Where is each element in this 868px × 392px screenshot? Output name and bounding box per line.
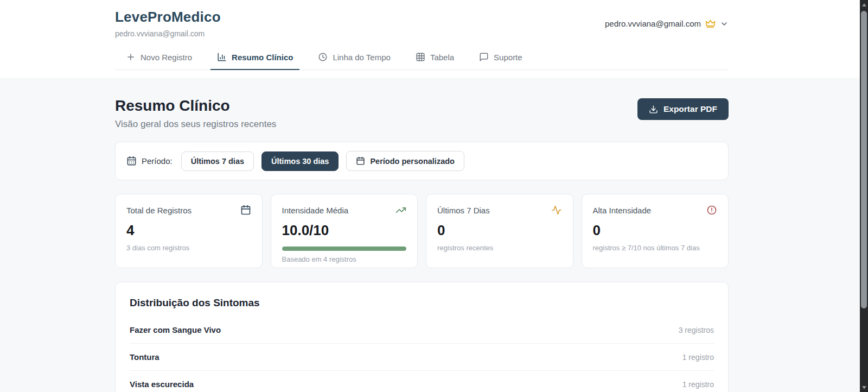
- period-button-30-dias[interactable]: Últimos 30 dias: [261, 151, 339, 171]
- page-title: Resumo Clínico: [115, 97, 276, 115]
- tab-novo-registro[interactable]: Novo Registro: [119, 51, 199, 70]
- tab-label: Suporte: [494, 53, 522, 62]
- chevron-down-icon: [720, 20, 729, 28]
- symptom-count: 3 registros: [679, 326, 714, 334]
- stat-subtext: registros ≥ 7/10 nos últimos 7 dias: [593, 244, 718, 252]
- period-label-text: Período:: [142, 156, 173, 166]
- intensity-progress-bar: [282, 246, 407, 251]
- intensity-progress-fill: [282, 246, 407, 251]
- browser-scrollbar[interactable]: [860, 0, 868, 392]
- symptom-row: Vista escurecida 1 registro: [130, 371, 714, 392]
- stat-value: 0: [437, 222, 562, 239]
- tab-suporte[interactable]: Suporte: [473, 51, 529, 70]
- scrollbar-up-arrow[interactable]: [860, 0, 868, 9]
- symptom-label: Fazer com Sangue Vivo: [130, 325, 221, 334]
- scrollbar-down-arrow[interactable]: [860, 383, 868, 392]
- symptoms-distribution-card: Distribuição dos Sintomas Fazer com Sang…: [115, 282, 729, 392]
- symptom-label: Tontura: [130, 352, 159, 362]
- tab-resumo-clinico[interactable]: Resumo Clínico: [210, 51, 299, 70]
- stat-value: 0: [593, 222, 718, 239]
- activity-icon: [551, 205, 562, 216]
- main-content: Resumo Clínico Visão geral dos seus regi…: [115, 78, 729, 392]
- period-button-label: Últimos 7 dias: [191, 157, 244, 166]
- export-pdf-button[interactable]: Exportar PDF: [637, 98, 729, 120]
- period-label: Período:: [126, 156, 173, 166]
- stat-subtext: Baseado em 4 registros: [282, 255, 407, 263]
- stat-card-alta-intensidade: Alta Intensidade 0 registros ≥ 7/10 nos …: [582, 194, 729, 268]
- app-title: LeveProMedico: [115, 9, 221, 26]
- symptom-row: Tontura 1 registro: [130, 344, 714, 371]
- plus-icon: [126, 52, 136, 62]
- chat-bubble-icon: [479, 52, 489, 62]
- trending-up-icon: [395, 205, 406, 216]
- account-email: pedro.vvviana@gmail.com: [115, 29, 221, 38]
- stat-card-intensidade-media: Intensidade Média 10.0/10 Baseado em 4 r…: [271, 194, 418, 268]
- bar-chart-icon: [217, 52, 227, 62]
- period-button-7-dias[interactable]: Últimos 7 dias: [181, 151, 254, 171]
- tab-label: Resumo Clínico: [232, 53, 293, 62]
- crown-icon: [705, 18, 716, 29]
- tab-label: Novo Registro: [141, 53, 192, 62]
- stat-value: 10.0/10: [282, 222, 407, 239]
- user-menu[interactable]: pedro.vvviana@gmail.com: [605, 18, 729, 29]
- user-email: pedro.vvviana@gmail.com: [605, 19, 701, 28]
- stat-subtext: 3 dias com registros: [126, 244, 251, 252]
- scrollbar-thumb[interactable]: [861, 11, 867, 308]
- page-subtitle: Visão geral dos seus registros recentes: [115, 119, 276, 130]
- stat-title: Alta Intensidade: [593, 206, 652, 215]
- table-icon: [416, 52, 425, 62]
- page-heading: Resumo Clínico Visão geral dos seus regi…: [115, 97, 276, 130]
- app-page: LeveProMedico pedro.vvviana@gmail.com pe…: [0, 0, 860, 392]
- period-button-label: Período personalizado: [370, 157, 455, 166]
- symptom-count: 1 registro: [682, 353, 714, 362]
- period-filter-bar: Período: Últimos 7 dias Últimos 30 dias …: [115, 142, 729, 180]
- calendar-icon: [356, 156, 365, 166]
- calendar-icon: [240, 205, 251, 216]
- stat-title: Total de Registros: [126, 206, 192, 215]
- alert-circle-icon: [706, 205, 717, 216]
- period-button-personalizado[interactable]: Período personalizado: [346, 151, 464, 171]
- symptom-list: Fazer com Sangue Vivo 3 registros Tontur…: [130, 317, 714, 392]
- tab-label: Linha do Tempo: [333, 53, 390, 62]
- symptom-label: Vista escurecida: [130, 380, 194, 389]
- period-button-label: Últimos 30 dias: [271, 157, 329, 166]
- tab-tabela[interactable]: Tabela: [409, 51, 461, 70]
- download-icon: [649, 105, 658, 114]
- symptom-row: Fazer com Sangue Vivo 3 registros: [130, 317, 714, 344]
- tab-linha-do-tempo[interactable]: Linha do Tempo: [311, 51, 397, 70]
- main-tabs: Novo Registro Resumo Clínico Linha do Te…: [115, 51, 729, 70]
- stats-row: Total de Registros 4 3 dias com registro…: [115, 194, 729, 268]
- app-header: LeveProMedico pedro.vvviana@gmail.com pe…: [0, 0, 860, 78]
- stat-title: Intensidade Média: [282, 206, 349, 215]
- symptoms-title: Distribuição dos Sintomas: [130, 297, 714, 309]
- stat-value: 4: [126, 222, 251, 239]
- stat-card-total-registros: Total de Registros 4 3 dias com registro…: [115, 194, 263, 268]
- tab-label: Tabela: [430, 53, 454, 62]
- stat-subtext: registros recentes: [437, 244, 562, 252]
- calendar-icon: [126, 156, 137, 166]
- stat-card-ultimos-7-dias: Últimos 7 Dias 0 registros recentes: [426, 194, 573, 268]
- export-pdf-label: Exportar PDF: [663, 104, 717, 114]
- stat-title: Últimos 7 Dias: [437, 206, 490, 215]
- clock-icon: [318, 52, 328, 62]
- brand: LeveProMedico pedro.vvviana@gmail.com: [115, 9, 221, 38]
- symptom-count: 1 registro: [682, 380, 714, 389]
